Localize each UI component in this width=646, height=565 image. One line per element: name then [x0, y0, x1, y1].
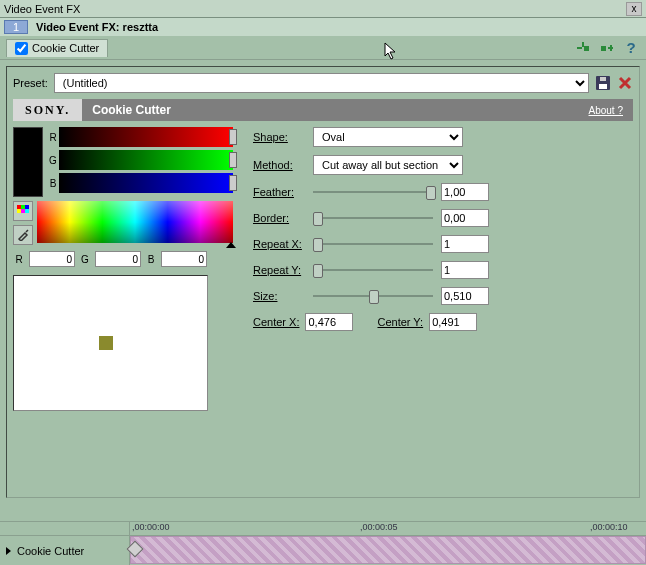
g-input[interactable] — [95, 251, 141, 267]
repeatx-label: Repeat X: — [253, 238, 313, 250]
chain-index[interactable]: 1 — [4, 20, 28, 34]
centerx-input[interactable] — [305, 313, 353, 331]
method-label: Method: — [253, 159, 313, 171]
repeaty-input[interactable] — [441, 261, 489, 279]
method-select[interactable]: Cut away all but section — [313, 155, 463, 175]
close-icon: x — [632, 3, 637, 14]
event-header: 1 Video Event FX: resztta — [0, 18, 646, 36]
svg-rect-5 — [17, 205, 21, 209]
svg-rect-10 — [25, 209, 29, 213]
svg-rect-4 — [600, 77, 606, 81]
disk-icon[interactable] — [595, 75, 611, 91]
svg-rect-9 — [21, 209, 25, 213]
tick-2: ,00:00:10 — [590, 522, 628, 532]
feather-slider[interactable] — [313, 184, 433, 200]
g-label: G — [47, 155, 59, 166]
preset-row: Preset: (Untitled) — [13, 73, 633, 93]
tick-0: ,00:00:00 — [132, 522, 170, 532]
tab-cookie-cutter[interactable]: Cookie Cutter — [6, 39, 108, 57]
clip-name: resztta — [123, 21, 158, 33]
timeline: Cookie Cutter ,00:00:00 ,00:00:05 ,00:00… — [0, 521, 646, 565]
border-input[interactable] — [441, 209, 489, 227]
plugin-title: Cookie Cutter — [92, 103, 588, 117]
border-slider[interactable] — [313, 210, 433, 226]
blue-slider[interactable] — [59, 173, 233, 193]
help-icon[interactable]: ? — [622, 39, 640, 57]
timeline-track[interactable] — [130, 536, 646, 564]
feather-label: Feather: — [253, 186, 313, 198]
header-prefix: Video Event FX: — [36, 21, 120, 33]
keyframe[interactable] — [127, 541, 144, 558]
g-num-label: G — [79, 254, 91, 265]
border-label: Border: — [253, 212, 313, 224]
chevron-right-icon — [6, 547, 11, 555]
fx-enable-checkbox[interactable] — [15, 42, 28, 55]
b-input[interactable] — [161, 251, 207, 267]
repeaty-slider[interactable] — [313, 262, 433, 278]
svg-rect-6 — [21, 205, 25, 209]
shape-label: Shape: — [253, 131, 313, 143]
size-label: Size: — [253, 290, 313, 302]
repeaty-label: Repeat Y: — [253, 264, 313, 276]
main-panel: Preset: (Untitled) SONY. Cookie Cutter A… — [6, 66, 640, 498]
svg-rect-0 — [584, 46, 589, 51]
plus-left-icon[interactable] — [574, 39, 592, 57]
about-link[interactable]: About ? — [589, 105, 623, 116]
b-label: B — [47, 178, 59, 189]
preset-label: Preset: — [13, 77, 48, 89]
svg-rect-3 — [599, 84, 607, 89]
preview-shape[interactable] — [99, 336, 113, 350]
green-slider[interactable] — [59, 150, 233, 170]
timeline-track-label: Cookie Cutter — [17, 545, 84, 557]
timeline-ruler[interactable]: ,00:00:00 ,00:00:05 ,00:00:10 — [130, 522, 646, 536]
size-input[interactable] — [441, 287, 489, 305]
tab-label: Cookie Cutter — [32, 42, 99, 54]
hue-cursor — [226, 242, 236, 248]
svg-rect-8 — [17, 209, 21, 213]
centerx-label: Center X: — [253, 316, 299, 328]
fx-toolbar: Cookie Cutter ? — [0, 36, 646, 60]
svg-rect-1 — [601, 46, 606, 51]
svg-rect-7 — [25, 205, 29, 209]
timeline-track-header[interactable]: Cookie Cutter — [0, 536, 129, 565]
b-num-label: B — [145, 254, 157, 265]
titlebar: Video Event FX x — [0, 0, 646, 18]
repeatx-input[interactable] — [441, 235, 489, 253]
r-num-label: R — [13, 254, 25, 265]
plus-right-icon[interactable] — [598, 39, 616, 57]
r-label: R — [47, 132, 59, 143]
color-swatch[interactable] — [13, 127, 43, 197]
plugin-header: SONY. Cookie Cutter About ? — [13, 99, 633, 121]
shape-select[interactable]: Oval — [313, 127, 463, 147]
feather-input[interactable] — [441, 183, 489, 201]
repeatx-slider[interactable] — [313, 236, 433, 252]
brand-logo: SONY. — [13, 99, 82, 121]
tick-1: ,00:00:05 — [360, 522, 398, 532]
preview-area[interactable] — [13, 275, 208, 411]
hue-picker[interactable] — [37, 201, 233, 243]
centery-label: Center Y: — [377, 316, 423, 328]
window-title: Video Event FX — [4, 3, 80, 15]
r-input[interactable] — [29, 251, 75, 267]
close-button[interactable]: x — [626, 2, 642, 16]
size-slider[interactable] — [313, 288, 433, 304]
centery-input[interactable] — [429, 313, 477, 331]
eyedropper-icon[interactable] — [13, 225, 33, 245]
red-slider[interactable] — [59, 127, 233, 147]
delete-icon[interactable] — [617, 75, 633, 91]
palette-icon[interactable] — [13, 201, 33, 221]
preset-select[interactable]: (Untitled) — [54, 73, 589, 93]
